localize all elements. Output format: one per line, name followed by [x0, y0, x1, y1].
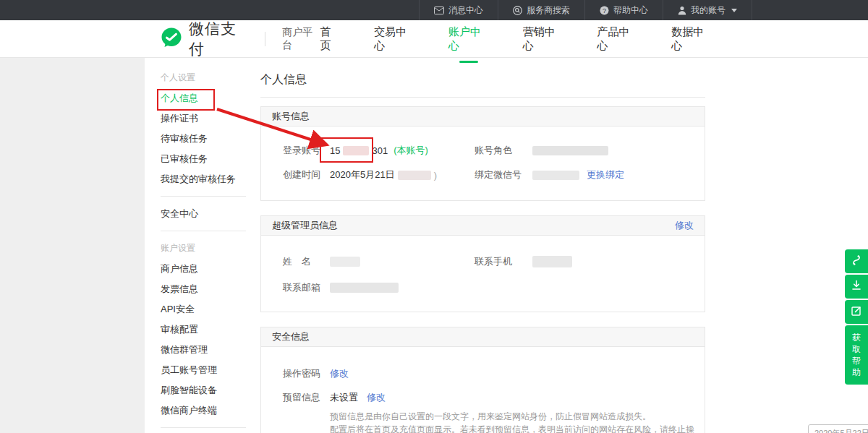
account-info-section-header: 账号信息: [261, 107, 705, 127]
header: 微信支付 商户平台 首页 交易中心 账户中心 营销中心 产品中心 数据中心: [0, 20, 868, 58]
floating-help-widget: 获取帮助: [845, 249, 868, 385]
quick-link-button[interactable]: [845, 249, 868, 273]
sidebar-item-face-smart-device[interactable]: 刷脸智能设备: [161, 380, 250, 400]
nav-tab-data-center[interactable]: 数据中心: [671, 21, 712, 57]
nav-tab-product-center[interactable]: 产品中心: [597, 21, 638, 57]
sidebar-item-my-submitted-tasks[interactable]: 我提交的审核任务: [161, 169, 250, 189]
bound-wechat-redacted: [532, 171, 579, 180]
get-help-label: 获取帮助: [852, 332, 861, 378]
feedback-button[interactable]: [845, 300, 868, 324]
super-admin-section-header: 超级管理员信息 修改: [261, 216, 705, 236]
reserved-info-edit-link[interactable]: 修改: [367, 391, 386, 404]
login-account-value: 15301 (本账号): [330, 144, 428, 157]
nav-tab-account-center[interactable]: 账户中心: [448, 21, 489, 57]
sidebar-item-staff-account-management[interactable]: 员工账号管理: [161, 360, 250, 380]
sidebar-divider: [161, 231, 246, 231]
sidebar-group-personal-settings: 个人设置: [161, 68, 250, 87]
account-info-section-title: 账号信息: [272, 110, 310, 123]
topbar: 消息中心 服务商搜索 ? 帮助中心 我的账号: [0, 0, 868, 20]
nav-tab-marketing-center[interactable]: 营销中心: [523, 21, 563, 57]
topbar-provider-search[interactable]: 服务商搜索: [498, 0, 584, 20]
admin-phone-label: 联系手机: [475, 255, 532, 268]
super-admin-body: 姓 名 联系手机 联系邮箱: [261, 236, 705, 312]
link-icon: [851, 254, 861, 269]
admin-name-redacted: [330, 257, 360, 267]
login-account-redacted: [343, 146, 369, 155]
admin-email-label: 联系邮箱: [283, 281, 330, 294]
sidebar: 个人设置 个人信息 操作证书 待审核任务 已审核任务 我提交的审核任务 安全中心…: [145, 58, 250, 433]
get-help-button[interactable]: 获取帮助: [845, 325, 868, 385]
wechat-pay-merchant-portal: 消息中心 服务商搜索 ? 帮助中心 我的账号 微信支付: [0, 0, 868, 433]
reserved-info-desc-line: 预留信息是由你自己设置的一段文字，用来鉴定网站身份，防止假冒网站造成损失。: [330, 410, 705, 423]
sidebar-item-invoice-info[interactable]: 发票信息: [161, 279, 250, 299]
operation-password-label: 操作密码: [283, 367, 330, 380]
reserved-info-description: 预留信息是由你自己设置的一段文字，用来鉴定网站身份，防止假冒网站造成损失。 配置…: [330, 410, 705, 433]
sidebar-item-api-security[interactable]: API安全: [161, 299, 250, 319]
created-date: 2020年5月21日: [330, 168, 395, 181]
chevron-down-icon: [731, 9, 737, 12]
created-time-label: 创建时间: [283, 168, 330, 181]
sidebar-item-security-center[interactable]: 安全中心: [161, 204, 250, 223]
account-role-label: 账号角色: [475, 144, 532, 157]
account-info-body: 登录账号 15301 (本账号) 账号角色 创建时间: [261, 127, 705, 200]
main-content: 个人信息 账号信息 登录账号 15301 (本账号) 账号角色: [260, 58, 705, 433]
topbar-item-label: 我的账号: [691, 4, 726, 17]
login-account-suffix: 301: [372, 145, 388, 156]
security-info-section: 安全信息 操作密码 修改 预留信息 未设置 修改 预留信息是由你自己设置的一段文…: [260, 327, 705, 433]
search-icon: [513, 6, 522, 15]
sidebar-item-pending-review-tasks[interactable]: 待审核任务: [161, 129, 250, 148]
created-paren: ): [434, 170, 437, 181]
reserved-info-status: 未设置: [330, 391, 358, 404]
login-account-prefix: 15: [330, 145, 340, 156]
sidebar-item-personal-info[interactable]: 个人信息: [161, 88, 250, 108]
super-admin-section: 超级管理员信息 修改 姓 名 联系手机 联系邮箱: [260, 215, 705, 312]
rebind-link[interactable]: 更换绑定: [587, 168, 624, 181]
brand[interactable]: 微信支付 商户平台: [161, 19, 320, 59]
svg-text:?: ?: [603, 7, 606, 14]
admin-name-label: 姓 名: [283, 255, 330, 268]
help-icon: ?: [600, 6, 609, 15]
created-time-value: 2020年5月21日): [330, 168, 437, 181]
sidebar-item-operation-certificate[interactable]: 操作证书: [161, 108, 250, 128]
brand-divider: [265, 32, 265, 46]
super-admin-edit-link[interactable]: 修改: [675, 219, 694, 232]
sidebar-item-review-config[interactable]: 审核配置: [161, 320, 250, 339]
admin-email-redacted: [330, 283, 399, 293]
sidebar-group-account-settings: 账户设置: [161, 239, 250, 258]
sidebar-item-reviewed-tasks[interactable]: 已审核任务: [161, 149, 250, 168]
login-account-label: 登录账号: [283, 144, 330, 157]
security-info-section-title: 安全信息: [272, 330, 310, 343]
date-tooltip: 2020年5月22日: [808, 424, 868, 433]
brand-portal: 商户平台: [282, 26, 320, 52]
security-info-body: 操作密码 修改 预留信息 未设置 修改 预留信息是由你自己设置的一段文字，用来鉴…: [261, 347, 705, 433]
reserved-info-label: 预留信息: [283, 391, 330, 404]
page-left-gutter: [0, 58, 145, 433]
topbar-help-center[interactable]: ? 帮助中心: [584, 0, 663, 20]
account-info-section: 账号信息 登录账号 15301 (本账号) 账号角色: [260, 106, 705, 201]
sidebar-item-merchant-info[interactable]: 商户信息: [161, 259, 250, 278]
super-admin-section-title: 超级管理员信息: [272, 219, 338, 232]
topbar-item-label: 服务商搜索: [527, 4, 570, 17]
bound-wechat-label: 绑定微信号: [475, 168, 532, 181]
main-nav: 首页 交易中心 账户中心 营销中心 产品中心 数据中心: [320, 21, 712, 57]
topbar-message-center[interactable]: 消息中心: [419, 0, 498, 20]
account-role-redacted: [532, 146, 608, 155]
envelope-icon: [434, 7, 444, 14]
sidebar-item-wechat-group-management[interactable]: 微信群管理: [161, 340, 250, 359]
feedback-icon: [851, 306, 861, 319]
download-button[interactable]: [845, 275, 868, 299]
download-icon: [851, 280, 861, 293]
operation-password-edit-link[interactable]: 修改: [330, 367, 349, 380]
nav-tab-transaction-center[interactable]: 交易中心: [374, 21, 414, 57]
topbar-item-label: 帮助中心: [613, 4, 648, 17]
reserved-info-desc-line: 配置后将在首页及充值页面显示。若未看到预留信息，表明当前访问的网站存在风险，请终…: [330, 423, 705, 433]
page-title: 个人信息: [260, 72, 705, 98]
nav-tab-home[interactable]: 首页: [320, 21, 340, 57]
sidebar-item-wechat-merchant-terminal[interactable]: 微信商户终端: [161, 400, 250, 420]
security-info-section-header: 安全信息: [261, 327, 705, 347]
topbar-item-label: 消息中心: [448, 4, 483, 17]
wechat-pay-logo-icon: [161, 27, 182, 51]
topbar-my-account[interactable]: 我的账号: [663, 0, 752, 20]
brand-name: 微信支付: [189, 19, 248, 59]
sidebar-divider: [161, 427, 246, 428]
